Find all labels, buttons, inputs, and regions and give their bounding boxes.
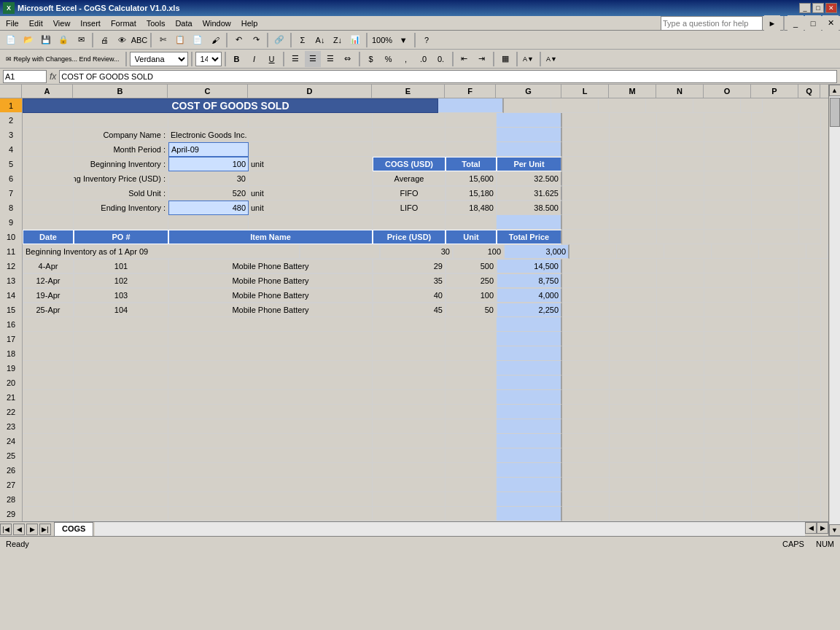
cell-d5[interactable]: unit	[249, 157, 373, 171]
cell-l15[interactable]	[562, 303, 610, 317]
cell-p2[interactable]	[752, 113, 799, 128]
row-num-13[interactable]: 13	[0, 273, 22, 288]
row-num-5[interactable]: 5	[0, 157, 22, 171]
merge-center-button[interactable]: ⇔	[340, 51, 356, 67]
cell-c8[interactable]: 480	[168, 201, 249, 215]
cell-f11[interactable]: 100	[453, 244, 504, 259]
cell-g1[interactable]	[438, 98, 504, 113]
cell-c5[interactable]: 100	[168, 157, 249, 171]
cell-q2[interactable]	[799, 113, 821, 128]
cell-a11[interactable]: Beginning Inventory as of 1 Apr 09	[23, 244, 300, 259]
row-num-14[interactable]: 14	[0, 288, 22, 303]
increase-decimal-button[interactable]: .0	[416, 51, 432, 67]
undo-button[interactable]: ↶	[230, 32, 246, 48]
cell-e14[interactable]: 40	[373, 288, 446, 303]
minimize-app-button[interactable]: _	[788, 15, 804, 31]
cell-f7[interactable]: 15,180	[446, 186, 497, 201]
cell-o15[interactable]	[704, 303, 752, 317]
cell-n8[interactable]	[657, 201, 704, 215]
row-num-16[interactable]: 16	[0, 317, 22, 332]
cell-l1[interactable]	[504, 98, 551, 113]
reply-changes-button[interactable]: ✉ Reply with Changes... End Review...	[3, 51, 122, 67]
currency-button[interactable]: $	[363, 51, 379, 67]
cell-m11[interactable]	[617, 244, 664, 259]
cell-a1[interactable]: COST OF GOODS SOLD	[23, 98, 438, 113]
cell-b8[interactable]: Ending Inventory :	[74, 201, 168, 215]
increase-indent-button[interactable]: ⇥	[474, 51, 490, 67]
row-num-12[interactable]: 12	[0, 259, 22, 273]
cell-g11[interactable]: 3,000	[504, 244, 569, 259]
col-header-o[interactable]: O	[704, 85, 751, 98]
menu-file[interactable]: File	[1, 18, 23, 29]
cell-q6[interactable]	[799, 171, 821, 186]
cell-o6[interactable]	[704, 171, 752, 186]
menu-format[interactable]: Format	[106, 18, 141, 29]
row-num-1[interactable]: 1	[0, 98, 22, 113]
prev-sheet-button[interactable]: ◀	[13, 524, 25, 535]
cell-g15[interactable]: 2,250	[497, 303, 562, 317]
cell-p5[interactable]	[752, 157, 799, 171]
cell-g6[interactable]: 32.500	[497, 171, 562, 186]
cell-l13[interactable]	[562, 273, 610, 288]
cell-f10[interactable]: Unit	[446, 230, 497, 244]
col-header-m[interactable]: M	[609, 85, 656, 98]
preview-button[interactable]: 👁	[114, 32, 130, 48]
cell-p12[interactable]	[752, 259, 799, 273]
help-input[interactable]	[661, 16, 763, 31]
cell-d8[interactable]: unit	[249, 201, 373, 215]
permission-button[interactable]: 🔒	[55, 32, 71, 48]
cell-e8[interactable]: LIFO	[373, 201, 446, 215]
cell-m10[interactable]	[610, 230, 657, 244]
cell-reference-input[interactable]	[3, 70, 47, 83]
menu-view[interactable]: View	[49, 18, 75, 29]
cell-l8[interactable]	[562, 201, 610, 215]
cell-a6[interactable]	[23, 171, 74, 186]
cell-c7[interactable]: 520	[168, 186, 249, 201]
cell-o14[interactable]	[704, 288, 752, 303]
cell-a10[interactable]: Date	[23, 230, 74, 244]
cell-e9[interactable]	[373, 215, 446, 230]
cell-b10[interactable]: PO #	[74, 230, 168, 244]
cell-n10[interactable]	[657, 230, 704, 244]
cell-q11[interactable]	[806, 244, 828, 259]
cell-b4[interactable]: Month Period :	[74, 142, 168, 157]
cell-q9[interactable]	[799, 215, 821, 230]
cell-e12[interactable]: 29	[373, 259, 446, 273]
cell-g14[interactable]: 4,000	[497, 288, 562, 303]
cell-n9[interactable]	[657, 215, 704, 230]
spell-button[interactable]: ABC	[131, 32, 147, 48]
row-num-7[interactable]: 7	[0, 186, 22, 201]
formula-input[interactable]	[59, 70, 837, 83]
align-center-button[interactable]: ☰	[305, 51, 321, 67]
cell-q4[interactable]	[799, 142, 821, 157]
bold-button[interactable]: B	[229, 51, 245, 67]
cell-p1[interactable]	[693, 98, 741, 113]
cell-e3[interactable]	[373, 128, 446, 142]
row-num-24[interactable]: 24	[0, 434, 22, 448]
cell-a14[interactable]: 19-Apr	[23, 288, 74, 303]
cell-m3[interactable]	[610, 128, 657, 142]
cell-m7[interactable]	[610, 186, 657, 201]
close-button[interactable]: ✕	[825, 3, 837, 13]
col-header-e[interactable]: E	[372, 85, 445, 98]
col-header-f[interactable]: F	[445, 85, 496, 98]
row-num-20[interactable]: 20	[0, 376, 22, 390]
comma-button[interactable]: ,	[398, 51, 414, 67]
cell-c2[interactable]	[168, 113, 249, 128]
italic-button[interactable]: I	[246, 51, 262, 67]
cell-n7[interactable]	[657, 186, 704, 201]
cell-a8[interactable]	[23, 201, 74, 215]
cell-o13[interactable]	[704, 273, 752, 288]
row-num-15[interactable]: 15	[0, 303, 22, 317]
cell-f8[interactable]: 18,480	[446, 201, 497, 215]
new-button[interactable]: 📄	[3, 32, 19, 48]
cell-n2[interactable]	[657, 113, 704, 128]
cell-f13[interactable]: 250	[446, 273, 497, 288]
col-header-c[interactable]: C	[168, 85, 248, 98]
cell-c13[interactable]: Mobile Phone Battery	[168, 273, 373, 288]
cell-b9[interactable]	[74, 215, 168, 230]
cell-c9[interactable]	[168, 215, 249, 230]
cell-o3[interactable]	[704, 128, 752, 142]
cell-b2[interactable]	[74, 113, 168, 128]
cell-l10[interactable]	[562, 230, 610, 244]
